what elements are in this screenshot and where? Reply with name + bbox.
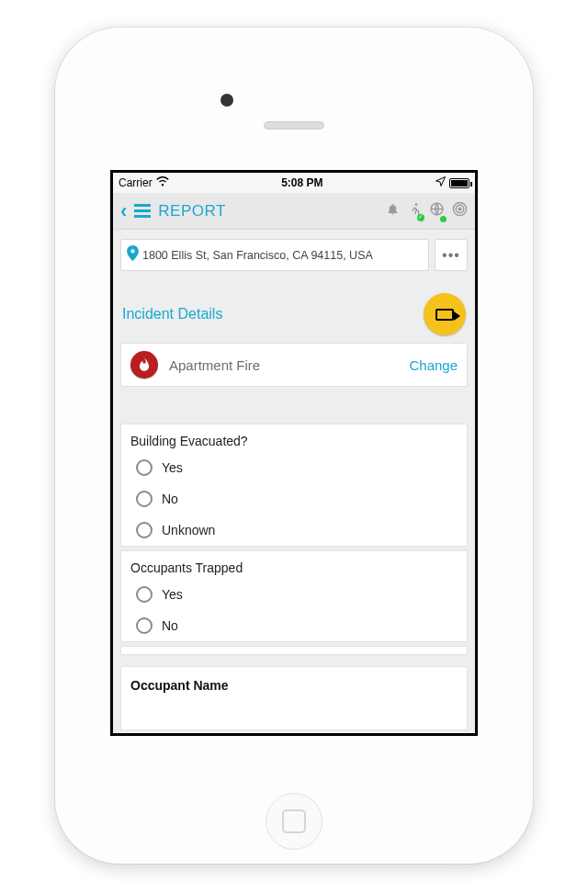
page-title: REPORT — [158, 202, 226, 220]
content-area: 1800 Ellis St, San Francisco, CA 94115, … — [113, 230, 475, 733]
video-record-button[interactable] — [424, 293, 466, 335]
radio-icon — [136, 617, 153, 634]
change-incident-button[interactable]: Change — [409, 357, 458, 373]
nav-bar: ‹ REPORT — [113, 193, 475, 230]
battery-icon — [449, 178, 469, 188]
location-pin-icon — [127, 245, 139, 265]
broadcast-icon[interactable] — [452, 201, 468, 220]
option-label: Unknown — [162, 523, 215, 537]
option-label: Yes — [162, 460, 183, 475]
incident-type-row: Apartment Fire Change — [120, 343, 468, 387]
option-unknown[interactable]: Unknown — [121, 514, 467, 546]
question-occupants-trapped: Occupants Trapped Yes No — [120, 550, 468, 642]
location-arrow-icon — [435, 176, 446, 189]
status-bar: Carrier 5:08 PM — [113, 173, 475, 193]
question-building-evacuated: Building Evacuated? Yes No Unknown — [120, 424, 468, 547]
globe-status-icon[interactable] — [429, 201, 445, 221]
video-camera-icon — [435, 309, 454, 321]
radio-icon — [136, 491, 153, 507]
option-no[interactable]: No — [121, 610, 467, 641]
radio-icon — [136, 586, 153, 603]
question-label: Occupants Trapped — [121, 551, 467, 579]
radio-icon — [136, 459, 153, 476]
bell-icon[interactable] — [386, 202, 400, 220]
address-more-button[interactable]: ••• — [435, 239, 468, 271]
option-label: No — [162, 492, 178, 506]
occupant-name-label: Occupant Name — [130, 678, 458, 693]
option-label: Yes — [162, 587, 183, 602]
clock: 5:08 PM — [281, 176, 322, 189]
svg-point-0 — [415, 203, 418, 206]
option-yes[interactable]: Yes — [121, 452, 467, 483]
wifi-icon — [156, 176, 169, 189]
home-button[interactable] — [266, 793, 322, 850]
address-text: 1800 Ellis St, San Francisco, CA 94115, … — [142, 249, 373, 262]
activity-status-icon[interactable] — [407, 202, 422, 220]
occupant-name-card[interactable]: Occupant Name — [120, 666, 468, 730]
option-no[interactable]: No — [121, 483, 467, 514]
phone-frame: Carrier 5:08 PM ‹ REPORT — [55, 28, 533, 864]
option-label: No — [162, 618, 178, 633]
incident-type-label: Apartment Fire — [169, 357, 260, 373]
menu-button[interactable] — [134, 204, 151, 218]
blank-card — [120, 646, 468, 655]
section-title: Incident Details — [122, 306, 222, 322]
screen: Carrier 5:08 PM ‹ REPORT — [110, 170, 478, 736]
back-button[interactable]: ‹ — [120, 199, 127, 223]
carrier-label: Carrier — [119, 176, 153, 189]
phone-speaker — [264, 121, 324, 130]
phone-camera — [220, 94, 233, 107]
radio-icon — [136, 522, 153, 538]
question-label: Building Evacuated? — [121, 424, 467, 452]
option-yes[interactable]: Yes — [121, 579, 467, 610]
address-field[interactable]: 1800 Ellis St, San Francisco, CA 94115, … — [120, 239, 429, 271]
svg-point-2 — [458, 208, 461, 210]
fire-icon — [130, 351, 158, 379]
